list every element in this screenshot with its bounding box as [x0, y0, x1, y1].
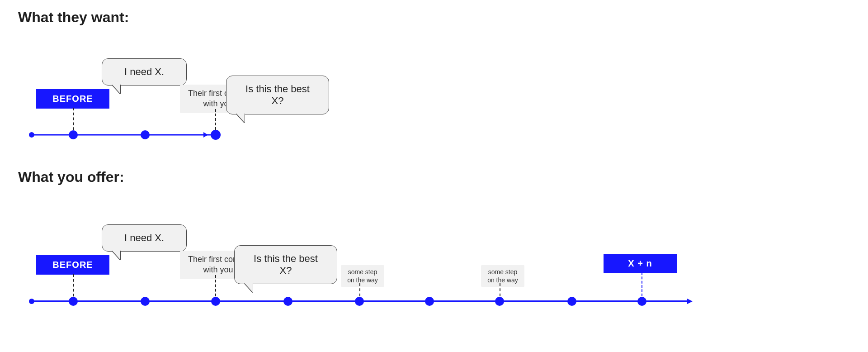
diagram-root: What they want: BEFORE I need X. Their f…: [0, 0, 868, 352]
svg-point-9: [141, 297, 150, 306]
speech-best-offer: Is this the best X?: [234, 245, 337, 284]
speech-need-want-text: I need X.: [124, 66, 164, 77]
svg-point-16: [637, 297, 646, 306]
svg-point-10: [211, 297, 220, 306]
before-box-offer: BEFORE: [36, 255, 109, 275]
speech-best-want: Is this the best X?: [226, 76, 329, 114]
timeline-offer-axis: [28, 295, 697, 308]
step-b-offer: some step on the way: [481, 265, 524, 287]
speech-tail-icon: [112, 85, 120, 94]
svg-marker-17: [687, 299, 693, 304]
svg-point-2: [69, 130, 78, 139]
speech-tail-icon: [245, 283, 253, 292]
step-a-offer: some step on the way: [341, 265, 384, 287]
before-box-want: BEFORE: [36, 89, 109, 109]
speech-need-offer: I need X.: [102, 224, 187, 252]
svg-point-11: [283, 297, 292, 306]
heading-want: What they want:: [18, 9, 850, 26]
speech-best-offer-text: Is this the best X?: [254, 253, 318, 276]
speech-tail-icon: [112, 251, 120, 260]
svg-point-13: [425, 297, 434, 306]
panel-offer: BEFORE I need X. Their first contact wit…: [18, 188, 850, 333]
speech-best-want-text: Is this the best X?: [245, 83, 310, 106]
heading-offer: What you offer:: [18, 169, 850, 186]
svg-point-15: [567, 297, 576, 306]
timeline-want-axis: [28, 128, 227, 142]
svg-point-14: [495, 297, 504, 306]
speech-need-want: I need X.: [102, 58, 187, 86]
svg-point-7: [29, 299, 34, 304]
speech-tail-icon: [236, 114, 245, 123]
speech-need-offer-text: I need X.: [124, 232, 164, 243]
panel-want: BEFORE I need X. Their first contact wit…: [18, 29, 850, 164]
svg-point-1: [29, 132, 34, 138]
svg-marker-4: [203, 132, 208, 138]
svg-point-3: [141, 130, 150, 139]
svg-point-12: [355, 297, 364, 306]
svg-point-8: [69, 297, 78, 306]
svg-point-5: [211, 130, 221, 140]
end-box-offer: X + n: [604, 254, 677, 273]
